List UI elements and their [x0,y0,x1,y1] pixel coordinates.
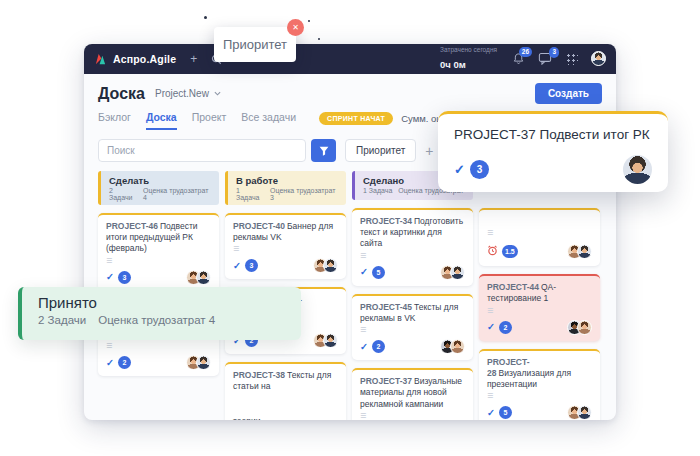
close-button[interactable]: ✕ [287,19,304,36]
task-title [487,216,592,227]
task-title: PROJECT-44QA-тестирование 1 [487,282,592,304]
user-avatar[interactable] [591,51,606,66]
description-icon: ☰ [360,326,465,333]
estimate-badge: 2 [372,340,385,353]
task-id: PROJECT-40 [233,221,285,231]
task-card[interactable]: PROJECT-37Визуальные материалы для новой… [352,368,473,420]
task-card[interactable]: PROJECT-46Подвести итоги предыдущей РК (… [98,213,219,291]
task-footer: ✓5 [360,265,465,280]
page-header: Доска Project.New Создать [98,83,602,104]
task-card[interactable]: PROJECT-38Тексты для статьи натеории☰✓3 [225,362,346,420]
tab-Все задачи[interactable]: Все задачи [241,111,296,130]
create-button[interactable]: Создать [535,83,602,104]
covered-area [98,376,219,414]
column-effort: Оценка трудозатрат 3 [270,187,338,201]
task-card[interactable]: PROJECT-45Тексты для рекламы в VK☰✓2 [352,294,473,360]
task-title-continued: теории [233,416,338,420]
column-task-count: 1 Задача [363,187,392,194]
task-title: PROJECT-37Визуальные материалы для новой… [360,376,465,410]
sprint-status-badge: СПРИНТ НАЧАТ [319,112,393,125]
task-id: PROJECT-44 [487,282,539,292]
messages-badge: 3 [549,47,559,58]
check-icon: ✓ [487,322,495,332]
description-icon: ☰ [360,252,465,259]
search-input[interactable] [98,139,306,162]
task-card[interactable]: PROJECT-28Визуализация для презентации☰✓… [479,349,600,420]
task-footer: ✓2 [106,355,211,370]
task-id: PROJECT-46 [106,221,158,231]
column-header: Сделать2 ЗадачиОценка трудозатрат 4 [98,171,219,205]
estimate-badge: 3 [245,259,258,272]
saved-filter-priority[interactable]: Приоритет [345,139,416,162]
column-meta: 2 ЗадачиОценка трудозатрат 4 [109,187,211,201]
add-icon[interactable]: + [190,52,197,66]
description-icon: ☰ [106,342,211,349]
time-tracker[interactable]: Затрачено сегодня 0ч 0м [440,46,497,73]
assignee-avatars [567,320,592,335]
navbar-right: Затрачено сегодня 0ч 0м 26 3 [440,46,606,73]
task-title: PROJECT-34Подготовить текст и картинки д… [360,216,465,250]
filter-button[interactable] [311,139,336,162]
task-card[interactable]: PROJECT-34Подготовить текст и картинки д… [352,208,473,286]
task-footer: ✓2 [487,320,592,335]
top-navbar: Аспро.Agile + Сп Затрачено сегодня 0ч 0м… [84,44,616,74]
check-icon: ✓ [360,267,368,277]
decorative-speckle [318,38,320,40]
board-column: ☰1.5PROJECT-44QA-тестирование 1☰✓2PROJEC… [479,171,600,420]
task-title: PROJECT-45Тексты для рекламы в VK [360,302,465,324]
tab-Проект[interactable]: Проект [192,111,227,130]
avatar [577,244,592,259]
task-card[interactable]: ☰1.5 [479,208,600,266]
assignee-avatars [567,244,592,259]
avatar [450,265,465,280]
time-value: 0ч 0м [440,59,466,70]
page-title: Доска [98,85,145,103]
assignee-avatars [313,258,338,273]
apps-grid-icon[interactable] [565,52,578,65]
priority-tooltip: Приоритет ✕ [214,27,296,62]
check-icon: ✓ [360,342,368,352]
task-popover-title: PROJECT-37 Подвести итог РК [454,127,652,142]
task-footer: 1.5 [487,242,592,260]
check-icon: ✓ [106,272,114,282]
tab-Бэклог[interactable]: Бэклог [98,111,131,130]
project-select[interactable]: Project.New [155,88,221,99]
task-card[interactable]: PROJECT-44QA-тестирование 1☰✓2 [479,274,600,340]
assignee-avatars [313,333,338,348]
brand-title: Аспро.Agile [113,53,176,65]
avatar [323,258,338,273]
description-icon: ☰ [487,307,592,314]
app-window: Аспро.Agile + Сп Затрачено сегодня 0ч 0м… [84,44,616,420]
estimate-badge: 3 [470,160,489,179]
task-id: PROJECT-28 [487,357,530,378]
description-icon: ☰ [360,412,465,419]
accepted-effort: Оценка трудозатрат 4 [98,314,215,326]
add-filter-button[interactable]: + [425,144,433,158]
alarm-clock-icon [487,242,498,260]
assignee-avatar [623,155,652,184]
task-id: PROJECT-45 [360,302,412,312]
task-title: PROJECT-28Визуализация для презентации [487,357,592,391]
avatar [196,270,211,285]
column-name: Сделать [109,175,211,186]
time-label: Затрачено сегодня [440,46,497,54]
task-popover-footer: ✓ 3 [454,155,652,184]
avatar [577,320,592,335]
task-card[interactable]: PROJECT-40Баннер для рекламы VK☰✓3 [225,213,346,279]
task-card-popover[interactable]: PROJECT-37 Подвести итог РК ✓ 3 [438,111,668,192]
funnel-icon [319,146,329,156]
estimate-badge: 2 [118,356,131,369]
estimate-badge: 5 [499,406,512,419]
description-icon: ☰ [233,245,338,252]
messages-button[interactable]: 3 [538,52,552,65]
board-column: Сделано1 ЗадачаОценка трудозатратPROJECT… [352,171,473,420]
notifications-button[interactable]: 26 [512,52,525,66]
covered-area [233,392,338,416]
assignee-avatars [186,355,211,370]
avatar [450,339,465,354]
task-id: PROJECT-38 [233,370,285,380]
accepted-column-popover: Принято 2 Задачи Оценка трудозатрат 4 [18,287,301,340]
description-icon: ☰ [487,392,592,399]
tab-Доска[interactable]: Доска [146,111,177,130]
chevron-down-icon [214,91,221,96]
